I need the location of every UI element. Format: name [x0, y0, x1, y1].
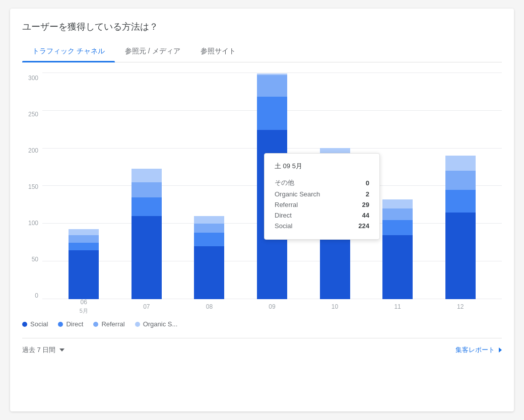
report-link[interactable]: 集客レポート — [455, 345, 502, 355]
bar-segment-organic-search — [382, 199, 413, 208]
tooltip-row-referral: Referral 29 — [275, 199, 369, 210]
tab-bar: トラフィック チャネル 参照元 / メディア 参照サイト — [22, 41, 502, 62]
bar-segment-organic-search — [445, 156, 476, 171]
x-sublabel: 5月 — [80, 308, 88, 314]
x-label-group: 07 — [126, 303, 167, 310]
legend: SocialDirectReferralOrganic S... — [22, 314, 502, 334]
y-label-50: 50 — [32, 256, 38, 263]
y-label-0: 0 — [35, 292, 38, 299]
bar-segment-referral — [194, 224, 224, 233]
chart-area: 300 250 200 150 100 50 0 065月07080910111… — [22, 73, 502, 314]
tooltip-value-organic: 2 — [349, 190, 369, 198]
y-label-300: 300 — [28, 75, 38, 82]
legend-label: Organic S... — [143, 320, 178, 328]
bar-segment-social — [382, 235, 413, 300]
tooltip-value-social: 224 — [349, 222, 369, 230]
bar-segment-referral — [257, 75, 287, 97]
tooltip-label-social: Social — [275, 222, 292, 230]
tooltip: 土 09 5月 その他 0 Organic Search 2 Referral … — [264, 153, 380, 240]
chart-body: 065月070809101112 土 09 5月 その他 0 Organic S… — [42, 73, 502, 314]
bar-stack — [445, 156, 476, 299]
legend-item-direct: Direct — [58, 320, 83, 328]
tooltip-label-direct: Direct — [275, 212, 292, 219]
legend-item-organic-s-: Organic S... — [135, 320, 178, 328]
x-label-group: 065月 — [63, 299, 104, 315]
x-label: 11 — [377, 303, 418, 310]
tab-traffic-channel[interactable]: トラフィック チャネル — [22, 41, 115, 62]
x-label: 06 — [63, 299, 104, 306]
bar-group — [63, 73, 104, 299]
x-labels: 065月070809101112 — [42, 299, 502, 314]
bar-segment-social — [445, 213, 476, 300]
legend-item-social: Social — [22, 320, 48, 328]
y-label-250: 250 — [28, 111, 38, 118]
page-title: ユーザーを獲得している方法は？ — [22, 21, 502, 33]
bar-segment-referral — [69, 235, 99, 243]
bar-segment-organic-search — [69, 229, 99, 235]
bar-segment-organic-search — [132, 169, 162, 182]
x-label-group: 12 — [440, 303, 481, 310]
period-selector[interactable]: 過去 7 日間 — [22, 345, 64, 355]
bar-segment-direct — [257, 97, 287, 130]
period-label: 過去 7 日間 — [22, 345, 55, 355]
bar-segment-social — [69, 250, 99, 300]
report-link-label: 集客レポート — [455, 345, 495, 355]
bar-group — [440, 73, 481, 299]
y-label-200: 200 — [28, 147, 38, 154]
chevron-down-icon — [59, 348, 64, 352]
legend-dot — [58, 322, 63, 327]
x-label-group: 09 — [252, 303, 292, 310]
legend-dot — [93, 322, 98, 327]
tooltip-label-other: その他 — [275, 178, 294, 187]
bar-segment-direct — [132, 197, 162, 217]
x-label: 07 — [126, 303, 167, 310]
x-label-group: 08 — [189, 303, 229, 310]
footer: 過去 7 日間 集客レポート — [22, 338, 502, 362]
tab-referral-site[interactable]: 参照サイト — [190, 41, 246, 62]
bar-segment-direct — [382, 220, 413, 235]
bar-segment-referral — [382, 208, 413, 220]
y-axis: 300 250 200 150 100 50 0 — [22, 73, 42, 314]
bar-group — [189, 73, 229, 299]
legend-dot — [22, 322, 27, 327]
legend-label: Referral — [101, 320, 124, 328]
analytics-card: ユーザーを獲得している方法は？ トラフィック チャネル 参照元 / メディア 参… — [10, 9, 514, 411]
tooltip-value-referral: 29 — [349, 201, 369, 208]
chevron-right-icon — [499, 347, 502, 353]
x-label: 12 — [440, 303, 481, 310]
bar-stack — [382, 199, 413, 299]
tooltip-row-other: その他 0 — [275, 177, 369, 189]
bar-segment-direct — [194, 233, 224, 246]
y-label-100: 100 — [28, 220, 38, 227]
legend-item-referral: Referral — [93, 320, 124, 328]
y-label-150: 150 — [28, 183, 38, 190]
tab-source-media[interactable]: 参照元 / メディア — [115, 41, 190, 62]
tooltip-row-direct: Direct 44 — [275, 210, 369, 221]
legend-label: Social — [30, 320, 48, 328]
bar-segment-direct — [445, 190, 476, 213]
legend-dot — [135, 322, 140, 327]
x-label: 10 — [315, 303, 355, 310]
bar-segment-organic-search — [194, 216, 224, 224]
bar-group — [377, 73, 418, 299]
bar-segment-referral — [445, 171, 476, 190]
bar-group — [126, 73, 167, 299]
bar-stack — [194, 216, 224, 299]
bar-segment-referral — [132, 182, 162, 197]
tooltip-label-organic: Organic Search — [275, 190, 320, 198]
bar-stack — [132, 169, 162, 300]
legend-label: Direct — [66, 320, 83, 328]
tooltip-label-referral: Referral — [275, 201, 298, 208]
x-label-group: 11 — [377, 303, 418, 310]
x-label-group: 10 — [315, 303, 355, 310]
x-label: 09 — [252, 303, 292, 310]
tooltip-row-organic: Organic Search 2 — [275, 189, 369, 199]
bar-segment-social — [132, 216, 162, 299]
bar-stack — [69, 229, 99, 300]
tooltip-row-social: Social 224 — [275, 221, 369, 231]
x-label: 08 — [189, 303, 229, 310]
bar-segment-direct — [69, 243, 99, 250]
tooltip-value-other: 0 — [349, 179, 369, 187]
tooltip-value-direct: 44 — [349, 212, 369, 219]
tooltip-date: 土 09 5月 — [275, 162, 369, 171]
